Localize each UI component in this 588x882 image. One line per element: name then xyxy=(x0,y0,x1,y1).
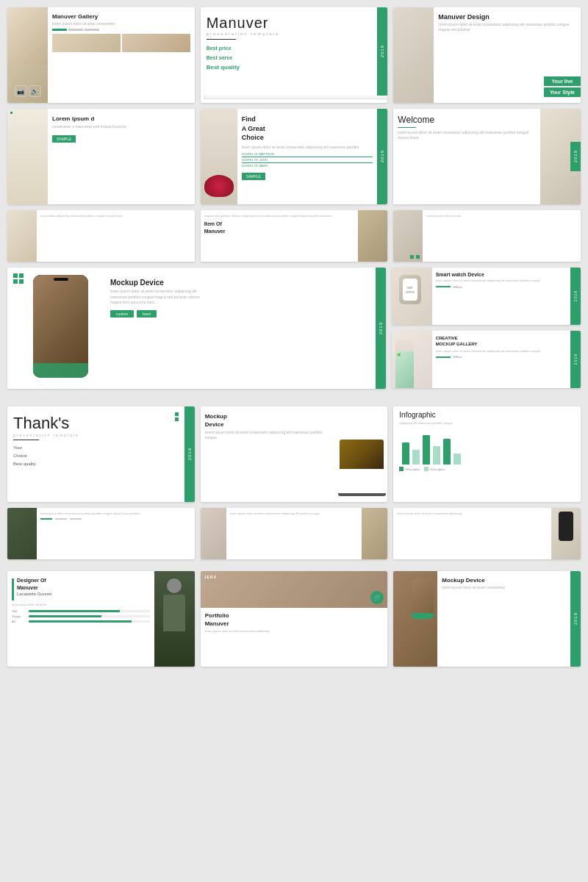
main-title: Manuver xyxy=(207,15,372,32)
slide-portfolio: 🛒 JERA PortfolioManuver lorem ipsum dolo… xyxy=(201,571,388,667)
designer-name: Lacazette Gunner xyxy=(17,592,52,596)
tag-live: Your live xyxy=(544,76,581,86)
lorem-btn[interactable]: SAMPLE xyxy=(52,135,76,143)
design-text: lorem ipsum dolor sit amet consectetur a… xyxy=(438,22,576,32)
thanks-items: YourChoiceBest quality xyxy=(13,444,179,467)
slide-manuver-main: Manuver presentation template Best price… xyxy=(201,7,388,103)
welcome-text: lorem ipsum dolor sit amet consectetur a… xyxy=(398,130,536,140)
small2-title: Item OfManuver xyxy=(204,220,355,235)
row6: lorem ipsum dolor sit amet consectetur p… xyxy=(7,508,581,559)
choice-text: lorem ipsum dolor sit amet consectetur a… xyxy=(242,145,373,150)
thanks-title: Thank's xyxy=(13,414,179,433)
designer-subtitle: lorem ipsum dolor sit amet xyxy=(12,603,150,606)
lorem-text: consectetur a maecenas port massa fusce … xyxy=(52,124,190,130)
slide-smartwatch: welcome Smart watch Device lorem ipsum d… xyxy=(392,268,581,325)
row5: Thank's presentation template YourChoice… xyxy=(7,406,581,502)
slide-interior-small: lorem ipsum dolor sit amet consectetur a… xyxy=(201,508,388,559)
welcome-year: 2019 xyxy=(573,150,578,162)
laptop-text: lorem ipsum dolor sit amet consectetur a… xyxy=(205,430,332,440)
lorem-title: Lorem ipsum d xyxy=(52,115,190,123)
mockup-btn2[interactable]: learn xyxy=(137,310,157,318)
small2-text: magma sed pulvinar ultrices magna quis u… xyxy=(204,214,355,218)
row2: Lorem ipsum d consectetur a maecenas por… xyxy=(7,109,581,204)
phone2-year: 2019 xyxy=(573,612,578,625)
design-title: Manuver Design xyxy=(438,13,576,21)
slide-small-1: consectetur adipiscing maecenas porttito… xyxy=(7,210,195,262)
slide-mockup-device: Mockup Device lorem ipsum dolor sit amet… xyxy=(7,268,386,389)
creative-title: CREATIVEMOCKUP GALLERY xyxy=(436,335,567,348)
slide-designer: Designer OfManuver Lacazette Gunner lore… xyxy=(7,571,195,667)
tag-style: Your Style xyxy=(544,87,581,97)
designer-title: Designer OfManuver xyxy=(17,577,52,592)
creative-text: lorem ipsum dolor sit amet consectetur a… xyxy=(436,349,567,354)
row3: consectetur adipiscing maecenas porttito… xyxy=(7,210,581,262)
slide-manuver-design: Manuver Design lorem ipsum dolor sit ame… xyxy=(393,7,581,103)
phone2-text: lorem ipsum dolor sit amet consectetur xyxy=(442,585,566,590)
interior-text: lorem ipsum dolor sit amet consectetur a… xyxy=(230,512,359,516)
mockup-title: Mockup Device xyxy=(110,279,206,287)
slide-mockup-laptop: MockupDevice lorem ipsum dolor sit amet … xyxy=(201,406,388,502)
slide-infographic: Infographic adipiscing elit maecenas por… xyxy=(393,406,581,502)
sound-icon: 🔊 xyxy=(29,85,40,97)
choice-year: 2019 xyxy=(380,150,384,162)
watch-year: 2019 xyxy=(573,290,578,301)
choice-btn[interactable]: SAMPLE xyxy=(242,173,265,180)
book1: GOSPEL OF MATTHEW xyxy=(242,152,373,157)
main-items: Best priceBest serveBest quality xyxy=(207,44,372,74)
watch-title: Smart watch Device xyxy=(436,272,567,277)
camera-icon: 📷 xyxy=(15,85,26,97)
creative-spec: 1080px xyxy=(453,355,462,359)
infographic-text: adipiscing elit maecenas porttitor congu… xyxy=(399,421,575,425)
slide-manuver-gallery: 📷 🔊 Manuver Gallery lorem ipsum dolor si… xyxy=(7,7,195,103)
mockup-btn1[interactable]: custom xyxy=(110,310,134,318)
choice-title: FindA GreatChoice xyxy=(242,115,373,143)
laptop-title: MockupDevice xyxy=(205,412,332,429)
portfolio-text: lorem ipsum dolor sit amet consectetur a… xyxy=(205,629,384,633)
small3-text: lorem ipsum dolor sit amet xyxy=(426,214,577,218)
creative-year: 2019 xyxy=(573,354,578,365)
slide-thanks: Thank's presentation template YourChoice… xyxy=(7,406,195,502)
profile-text: lorem ipsum dolor sit amet consectetur p… xyxy=(40,512,191,516)
gallery-title: Manuver Gallery xyxy=(52,13,190,20)
watch-spec: 1080px xyxy=(453,285,462,289)
phone2-title: Mockup Device xyxy=(442,577,566,584)
gallery-subtitle: lorem ipsum dolor sit amet consectetur xyxy=(52,21,190,26)
small1-text: consectetur adipiscing maecenas porttito… xyxy=(40,214,191,218)
row1: 📷 🔊 Manuver Gallery lorem ipsum dolor si… xyxy=(7,7,581,103)
slide-find-great-choice: FindA GreatChoice lorem ipsum dolor sit … xyxy=(201,109,388,204)
row4: Mockup Device lorem ipsum dolor sit amet… xyxy=(7,268,581,395)
mockup-text: lorem ipsum dolor sit amet consectetur a… xyxy=(110,289,206,306)
slide-phone-small: lorem ipsum dolor sit amet consectetur a… xyxy=(393,508,581,559)
watch-text: lorem ipsum dolor sit amet consectetur a… xyxy=(436,279,567,283)
welcome-title: Welcome xyxy=(398,115,536,125)
row7: Designer OfManuver Lacazette Gunner lore… xyxy=(7,571,581,667)
slide-small-3: lorem ipsum dolor sit amet xyxy=(393,210,581,262)
slide-mockup-phone2: Mockup Device lorem ipsum dolor sit amet… xyxy=(393,571,581,667)
mockup-year: 2019 xyxy=(379,322,383,334)
thanks-year: 2019 xyxy=(187,448,192,460)
infographic-title: Infographic xyxy=(399,411,575,419)
year-label: 2019 xyxy=(380,45,384,57)
slide-welcome: Welcome lorem ipsum dolor sit amet conse… xyxy=(393,109,581,204)
book3: GOSPEL OF MARK xyxy=(242,164,373,168)
phone-text: lorem ipsum dolor sit amet consectetur a… xyxy=(397,512,548,516)
portfolio-title: PortfolioManuver xyxy=(205,612,384,628)
main-subtitle: presentation template xyxy=(207,32,372,36)
slide-small-2: magma sed pulvinar ultrices magna quis u… xyxy=(201,210,388,262)
book2: GOSPEL OF JOHN xyxy=(242,158,373,163)
slide-lorem-ipsum: Lorem ipsum d consectetur a maecenas por… xyxy=(7,109,195,204)
slide-profile-small: lorem ipsum dolor sit amet consectetur p… xyxy=(7,508,195,559)
row4-right: welcome Smart watch Device lorem ipsum d… xyxy=(392,268,581,395)
slide-creative-mockup: 🌿 CREATIVEMOCKUP GALLERY lorem ipsum dol… xyxy=(392,331,581,388)
thanks-subtitle: presentation template xyxy=(13,433,179,437)
